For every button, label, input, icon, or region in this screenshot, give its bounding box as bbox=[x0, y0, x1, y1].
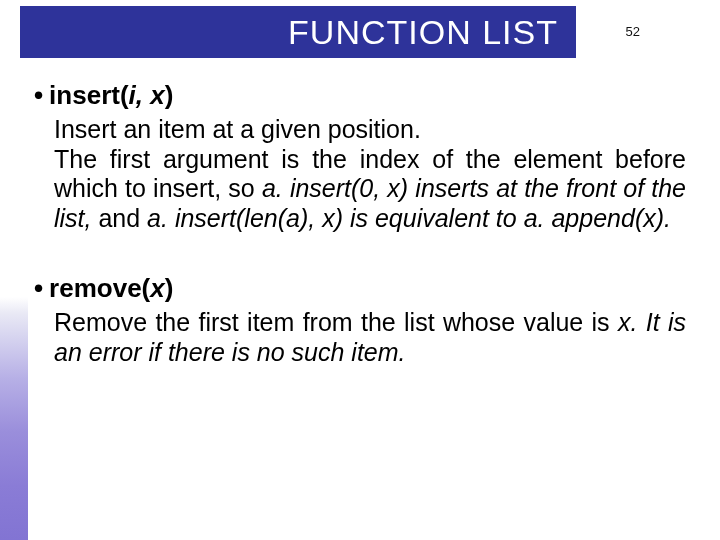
left-accent-gradient bbox=[0, 0, 28, 540]
list-item: •remove(x) Remove the first item from th… bbox=[34, 273, 686, 367]
content-area: •insert(i, x) Insert an item at a given … bbox=[34, 80, 686, 367]
page-number: 52 bbox=[626, 24, 640, 39]
function-signature: •remove(x) bbox=[34, 273, 686, 304]
page-title: FUNCTION LIST bbox=[288, 13, 558, 52]
function-description: Insert an item at a given position. The … bbox=[34, 115, 686, 233]
header-bar: FUNCTION LIST bbox=[20, 6, 576, 58]
bullet-icon: • bbox=[34, 80, 43, 111]
list-item: •insert(i, x) Insert an item at a given … bbox=[34, 80, 686, 233]
bullet-icon: • bbox=[34, 273, 43, 304]
function-signature: •insert(i, x) bbox=[34, 80, 686, 111]
function-description: Remove the first item from the list whos… bbox=[34, 308, 686, 367]
